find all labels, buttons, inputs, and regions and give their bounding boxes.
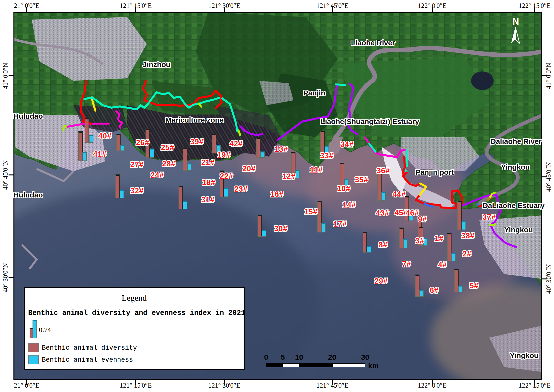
axis-label-bottom: 121° 30'0″E (208, 382, 240, 389)
station-label: 36# (377, 166, 390, 175)
station-label: 31# (201, 196, 215, 204)
station-label: 28# (162, 160, 176, 168)
legend-item-label: Benthic animal diversity (42, 344, 137, 352)
evenness-bar (462, 221, 466, 230)
station-label: 40# (98, 132, 112, 140)
station-label: 17# (334, 220, 347, 229)
station-label: 25# (161, 143, 174, 152)
evenness-bar (224, 188, 228, 197)
axis-label-bottom: 21° 0'0″E (14, 382, 39, 389)
station-label: 35# (355, 175, 368, 184)
scale-bar-number: 5 (281, 353, 285, 361)
evenness-bar (325, 146, 329, 152)
diversity-bar (415, 275, 419, 297)
diversity-bar (116, 134, 121, 151)
station-label: 26# (136, 138, 149, 147)
axis-label-top: 21° 0'0″E (14, 2, 39, 10)
diversity-bar (457, 201, 462, 230)
scale-bar-segment (299, 363, 332, 367)
place-label: Huludao (13, 191, 43, 199)
scale-bar-segment (266, 363, 283, 367)
scale-bar-number: 30 (361, 353, 369, 361)
station-label: 27# (130, 160, 144, 169)
station-label: 41# (93, 150, 107, 159)
axis-label-right: 40° 30'0″N (545, 264, 553, 294)
evenness-bar (262, 230, 266, 237)
evenness-bar (381, 192, 386, 201)
legend-swatch (28, 343, 39, 352)
place-label: Panjin port (416, 168, 454, 176)
station-label: 33# (320, 151, 334, 160)
place-label: DaLiaohe Estuary (483, 201, 544, 210)
axis-tick-left (9, 174, 14, 175)
map-figure: 21° 0'0″E121° 15'0″E121° 30'0″E121° 45'0… (0, 0, 554, 392)
evenness-bar (321, 223, 326, 232)
diversity-bar (320, 131, 325, 152)
station-label: 19# (217, 151, 231, 160)
legend-evenness-bar (33, 320, 37, 338)
axis-label-bottom: 122° 0'0″E (418, 382, 447, 389)
axis-label-bottom: 121° 15'0″E (120, 382, 152, 389)
scale-bar-segment (332, 363, 365, 367)
station-label: 8# (379, 241, 387, 249)
evenness-bar (82, 152, 87, 161)
station-label: 23# (234, 185, 248, 194)
station-label: 20# (242, 164, 256, 173)
north-arrow-label: N (513, 17, 519, 27)
station-label: 24# (151, 171, 164, 180)
evenness-bar (295, 170, 300, 178)
evenness-bar (150, 149, 154, 158)
place-label: Panjin (303, 89, 325, 97)
evenness-bar (120, 190, 124, 198)
legend-title: Legend (25, 293, 244, 303)
station-label: 14# (343, 201, 356, 209)
evenness-bar (367, 246, 371, 253)
diversity-bar (78, 131, 83, 161)
station-label: 12# (282, 172, 296, 181)
diversity-bar (212, 134, 216, 153)
diversity-bar (454, 269, 459, 292)
axis-tick-left (9, 277, 14, 278)
evenness-bar (89, 135, 93, 143)
station-label: 18# (202, 178, 215, 187)
station-label: 32# (130, 186, 144, 195)
station-label: 15# (304, 208, 318, 216)
station-label: 37# (483, 213, 496, 222)
diversity-bar (363, 232, 367, 253)
scale-bar-number: 20 (328, 353, 336, 361)
axis-label-top: 121° 30'0″E (208, 2, 240, 10)
place-label: Mariculture zone (165, 116, 224, 124)
evenness-bar (187, 163, 192, 171)
legend-item: Benthic animal evenness (28, 355, 239, 364)
place-label: Daliaohe River (491, 137, 542, 146)
station-label: 39# (190, 138, 204, 146)
axis-label-right: 41° 0'0″N (545, 63, 553, 89)
evenness-bar (419, 290, 424, 297)
scale-bar-segment (283, 363, 299, 367)
station-label: 44# (393, 190, 406, 199)
legend-item: Benthic animal diversity (28, 343, 239, 352)
legend-box: Legend Benthic animal diversity and even… (24, 287, 245, 370)
station-label: 22# (220, 172, 233, 181)
diversity-bar (258, 215, 262, 237)
station-label: 38# (461, 231, 475, 240)
diversity-bar (115, 174, 120, 198)
axis-label-top: 122° 0'0″E (418, 2, 447, 10)
scale-bar-unit: km (368, 362, 379, 370)
legend-sample-value: 0.74 (39, 326, 51, 334)
legend-item-label: Benthic animal evenness (42, 356, 133, 364)
place-label: Liaohe River (351, 39, 395, 47)
station-label: 30# (274, 224, 288, 233)
diversity-bar (179, 186, 183, 209)
station-label: 29# (374, 277, 388, 286)
scale-bar-number: 0 (264, 353, 268, 361)
station-label: 16# (270, 190, 284, 199)
station-label: 3# (415, 237, 424, 245)
station-label: 42# (229, 139, 243, 148)
station-label: 34# (340, 140, 354, 149)
place-label: Huludao (13, 112, 43, 120)
axis-label-top: 122° 15'0″E (519, 2, 551, 10)
axis-tick-left (9, 75, 14, 76)
diversity-bar (399, 228, 404, 248)
station-label: 2# (463, 250, 471, 258)
